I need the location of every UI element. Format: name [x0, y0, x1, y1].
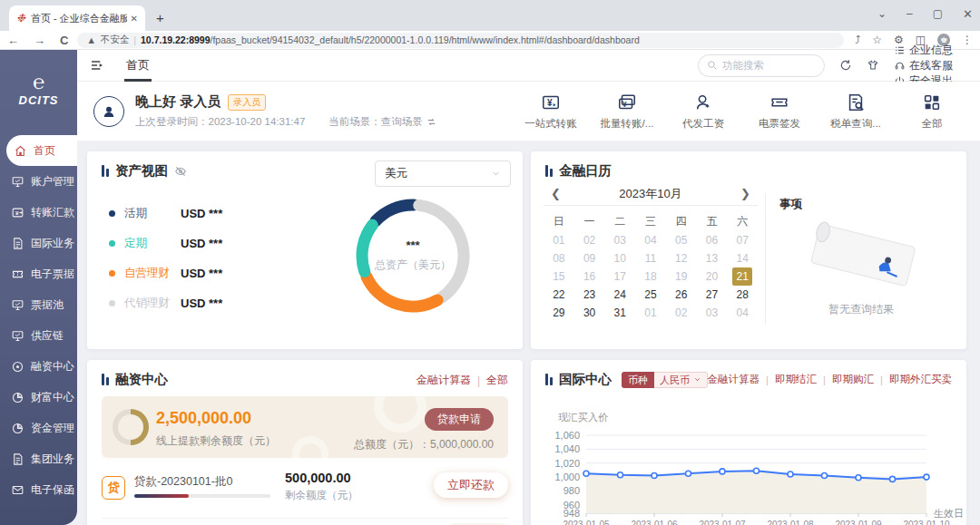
repay-now-button[interactable]: 立即还款 — [434, 472, 508, 498]
calendar-day[interactable]: 20 — [697, 267, 728, 286]
calendar-day[interactable]: 03 — [604, 231, 635, 249]
calendar-day[interactable]: 03 — [697, 304, 728, 322]
calendar-day[interactable]: 09 — [574, 249, 605, 267]
quick-action-5[interactable]: 全部 — [906, 92, 958, 131]
quick-action-0[interactable]: ¥一站式转账 — [524, 92, 577, 131]
quick-action-2[interactable]: 代发工资 — [677, 92, 730, 131]
quick-action-3[interactable]: 电票签发 — [753, 92, 806, 131]
topbar-link-1[interactable]: 在线客服 — [894, 58, 953, 73]
svg-text:¥: ¥ — [622, 100, 627, 108]
currency-tag-dropdown[interactable]: 币种 人民币 — [622, 372, 708, 388]
tab-close-icon[interactable]: ✕ — [131, 14, 138, 24]
calendar-day[interactable]: 15 — [544, 267, 574, 286]
sidebar-item-3[interactable]: 国际业务 — [0, 228, 77, 258]
topbar-link-0[interactable]: 企业信息 — [894, 43, 953, 58]
app-topbar: 首页 企业信息在线客服安全退出 — [77, 50, 980, 82]
window-maximize-icon[interactable]: ▢ — [933, 7, 943, 20]
total-credit-caption: 总额度（元）：5,000,000.00 — [354, 437, 494, 452]
window-minimize-icon[interactable]: – — [906, 7, 913, 20]
currency-dropdown[interactable]: 美元 — [375, 160, 511, 187]
url-field[interactable]: ▲ 不安全 | 10.7.19.22:8999/fpaas_bucket/941… — [77, 33, 844, 48]
intl-link-3[interactable]: 即期外汇买卖 — [889, 373, 952, 386]
international-center-card: 国际中心 币种 人民币 金融计算器|即期结汇|即期购汇|即期外汇买卖 现汇买入价… — [531, 360, 966, 525]
calendar-day[interactable]: 05 — [666, 231, 697, 249]
sidebar-item-7[interactable]: 融资中心 — [0, 351, 77, 382]
quick-action-1[interactable]: ¥批量转账/... — [601, 92, 653, 131]
calendar-day[interactable]: 01 — [635, 304, 666, 322]
calendar-day[interactable]: 13 — [697, 249, 728, 267]
calendar-day[interactable]: 01 — [544, 231, 574, 249]
bookmark-star-icon[interactable]: ☆ — [872, 34, 882, 46]
calendar-day[interactable]: 19 — [666, 267, 697, 286]
target-icon — [11, 360, 24, 374]
calendar-day-today[interactable]: 21 — [727, 267, 758, 286]
calendar-weekday: 六 — [727, 211, 758, 231]
sidebar-item-1[interactable]: 账户管理 — [0, 166, 77, 197]
sidebar-item-0[interactable]: 首页 — [6, 135, 77, 166]
window-profile-chevron-icon[interactable]: ⌄ — [877, 7, 887, 20]
calendar-day[interactable]: 08 — [544, 249, 574, 267]
forward-icon[interactable]: → — [34, 34, 45, 47]
sidebar-item-8[interactable]: 财富中心 — [0, 382, 77, 413]
theme-skin-icon[interactable] — [867, 59, 879, 72]
calendar-day[interactable]: 26 — [666, 286, 697, 304]
sidebar-item-9[interactable]: 资金管理 — [0, 413, 77, 443]
calendar-day[interactable]: 30 — [574, 304, 605, 322]
calendar-day[interactable]: 06 — [697, 231, 728, 249]
financing-link-1[interactable]: 全部 — [486, 373, 508, 388]
calendar-day[interactable]: 02 — [574, 231, 605, 249]
back-icon[interactable]: ← — [7, 34, 19, 47]
calendar-day[interactable]: 04 — [727, 304, 758, 322]
collapse-menu-icon[interactable] — [90, 58, 104, 73]
svg-text:1,040: 1,040 — [554, 443, 580, 454]
next-month-icon[interactable]: ❯ — [740, 187, 750, 200]
calendar-day[interactable]: 11 — [635, 249, 666, 267]
browser-tab[interactable]: ❉ 首页 - 企业综合金融服务平台 ✕ — [9, 5, 145, 31]
calendar-day[interactable]: 17 — [604, 267, 635, 286]
calendar-day[interactable]: 14 — [727, 249, 758, 267]
sidebar-item-11[interactable]: 电子保函 — [0, 474, 77, 505]
refresh-icon[interactable] — [839, 59, 852, 72]
calendar-day[interactable]: 24 — [604, 286, 635, 304]
financial-calendar-card: 金融日历 ❮ 2023年10月 ❯ 日一二三四五六010203040506070… — [531, 151, 966, 349]
sidebar-item-2[interactable]: ¥转账汇款 — [0, 197, 77, 228]
calendar-day[interactable]: 25 — [635, 286, 666, 304]
calendar-day[interactable]: 28 — [727, 286, 758, 304]
calendar-day[interactable]: 16 — [574, 267, 605, 286]
new-tab-button[interactable]: + — [156, 10, 164, 25]
window-close-icon[interactable]: ✕ — [963, 7, 973, 21]
calendar-day[interactable]: 23 — [574, 286, 605, 304]
calendar-day[interactable]: 10 — [604, 249, 635, 267]
user-avatar[interactable] — [93, 96, 124, 127]
intl-link-2[interactable]: 即期购汇 — [832, 373, 874, 386]
sidebar-item-10[interactable]: 集团业务 — [0, 443, 77, 474]
eye-off-icon[interactable] — [174, 165, 187, 178]
sidebar-item-6[interactable]: 供应链 — [0, 320, 77, 351]
prev-month-icon[interactable]: ❮ — [551, 187, 561, 200]
reload-icon[interactable]: C — [60, 34, 68, 47]
loan-apply-button[interactable]: 贷款申请 — [425, 408, 494, 431]
calendar-day[interactable]: 27 — [697, 286, 728, 304]
calendar-day[interactable]: 02 — [666, 304, 697, 322]
calendar-day[interactable]: 31 — [604, 304, 635, 322]
calendar-day[interactable]: 29 — [544, 304, 574, 322]
tab-home[interactable]: 首页 — [124, 50, 152, 82]
loan-tag-icon: 贷 — [102, 476, 125, 500]
sidebar-item-4[interactable]: 电子票据 — [0, 258, 77, 289]
quick-action-4[interactable]: 税单查询... — [829, 92, 882, 131]
share-icon[interactable]: ⤴ — [855, 34, 860, 46]
function-search[interactable] — [698, 54, 825, 77]
intl-link-1[interactable]: 即期结汇 — [775, 373, 817, 386]
calendar-day[interactable]: 22 — [544, 286, 574, 304]
switch-scene-icon[interactable] — [426, 117, 436, 127]
calendar-day[interactable]: 12 — [666, 249, 697, 267]
intl-link-0[interactable]: 金融计算器 — [708, 373, 760, 386]
search-input[interactable] — [722, 60, 813, 71]
svg-text:2023-01-07: 2023-01-07 — [699, 520, 746, 525]
calendar-day[interactable]: 18 — [635, 267, 666, 286]
url-path: /fpaas_bucket/94154032_default/h5/220000… — [211, 34, 640, 45]
calendar-day[interactable]: 04 — [635, 231, 666, 249]
financing-link-0[interactable]: 金融计算器 — [416, 373, 471, 388]
sidebar-item-5[interactable]: 票据池 — [0, 289, 77, 320]
calendar-day[interactable]: 07 — [727, 231, 758, 249]
